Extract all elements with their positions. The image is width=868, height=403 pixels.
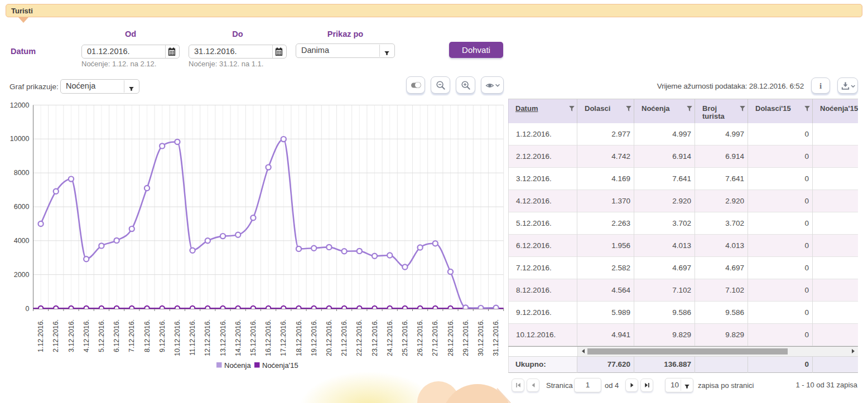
svg-text:26.12.2016.: 26.12.2016. [416, 319, 424, 356]
svg-text:29.12.2016.: 29.12.2016. [462, 319, 470, 356]
svg-text:17.12.2016.: 17.12.2016. [279, 319, 287, 356]
svg-text:8000: 8000 [14, 169, 30, 177]
svg-text:12.12.2016.: 12.12.2016. [204, 319, 211, 356]
svg-text:19.12.2016.: 19.12.2016. [310, 319, 318, 356]
svg-text:24.12.2016.: 24.12.2016. [386, 319, 394, 356]
svg-text:4.12.2016.: 4.12.2016. [83, 319, 90, 352]
svg-text:23.12.2016.: 23.12.2016. [371, 319, 379, 356]
svg-text:21.12.2016.: 21.12.2016. [340, 319, 348, 356]
svg-text:2.12.2016.: 2.12.2016. [52, 319, 60, 352]
svg-text:1.12.2016.: 1.12.2016. [37, 319, 45, 352]
svg-text:16.12.2016.: 16.12.2016. [264, 319, 272, 356]
svg-text:30.12.2016.: 30.12.2016. [477, 319, 485, 356]
svg-text:20.12.2016.: 20.12.2016. [325, 319, 333, 356]
svg-text:4000: 4000 [14, 237, 30, 245]
svg-text:5.12.2016.: 5.12.2016. [98, 319, 105, 352]
svg-text:6.12.2016.: 6.12.2016. [113, 319, 120, 352]
svg-text:18.12.2016.: 18.12.2016. [295, 319, 303, 356]
svg-text:10000: 10000 [10, 135, 30, 143]
svg-text:0: 0 [26, 305, 30, 313]
svg-text:2000: 2000 [14, 271, 30, 279]
svg-text:Noćenja: Noćenja [224, 361, 251, 370]
svg-text:13.12.2016.: 13.12.2016. [219, 319, 227, 356]
svg-text:22.12.2016.: 22.12.2016. [355, 319, 363, 356]
svg-text:25.12.2016.: 25.12.2016. [401, 319, 409, 356]
svg-text:7.12.2016.: 7.12.2016. [128, 319, 136, 352]
svg-text:9.12.2016.: 9.12.2016. [158, 319, 166, 352]
svg-text:31.12.2016.: 31.12.2016. [492, 319, 500, 356]
svg-text:27.12.2016.: 27.12.2016. [431, 319, 439, 356]
svg-text:Noćenja'15: Noćenja'15 [262, 361, 298, 370]
svg-text:15.12.2016.: 15.12.2016. [249, 319, 257, 356]
svg-text:3.12.2016.: 3.12.2016. [67, 319, 75, 352]
svg-text:10.12.2016.: 10.12.2016. [173, 319, 181, 356]
svg-text:8.12.2016.: 8.12.2016. [143, 319, 151, 352]
svg-text:11.12.2016.: 11.12.2016. [189, 319, 196, 356]
svg-text:12000: 12000 [10, 101, 30, 109]
svg-text:6000: 6000 [14, 203, 30, 211]
svg-text:14.12.2016.: 14.12.2016. [234, 319, 242, 356]
svg-text:28.12.2016.: 28.12.2016. [447, 319, 455, 356]
